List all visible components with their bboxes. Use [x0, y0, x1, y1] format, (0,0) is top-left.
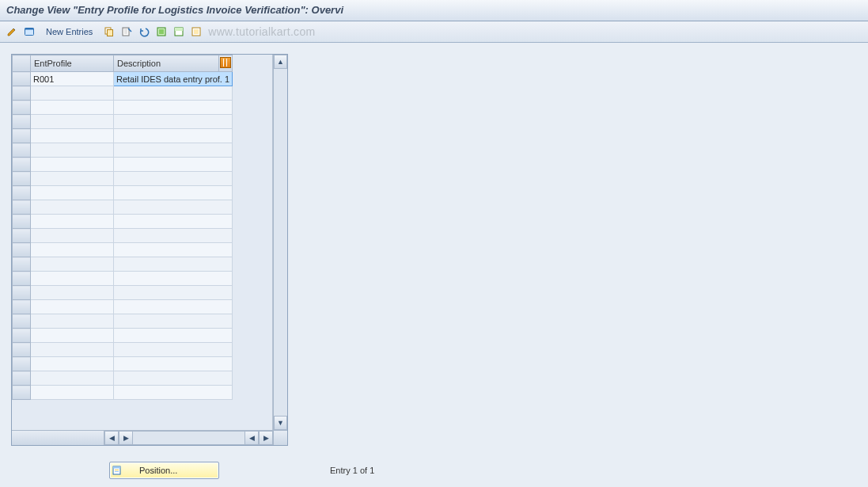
row-selector[interactable]: [13, 286, 31, 300]
row-selector[interactable]: [13, 300, 31, 314]
cell-description[interactable]: [114, 143, 233, 158]
table-row[interactable]: [13, 143, 233, 158]
copy-as-icon[interactable]: [102, 25, 116, 39]
toggle-change-icon[interactable]: [5, 25, 19, 39]
row-selector[interactable]: [13, 101, 31, 115]
delete-icon[interactable]: [119, 25, 134, 39]
row-selector[interactable]: [13, 371, 31, 386]
hscroll-track[interactable]: [133, 431, 244, 445]
row-selector[interactable]: [13, 386, 31, 400]
row-selector[interactable]: [13, 257, 31, 272]
table-row[interactable]: [13, 343, 233, 357]
position-button[interactable]: Position...: [109, 462, 219, 479]
table-row[interactable]: [13, 229, 233, 243]
row-selector[interactable]: [13, 115, 31, 129]
cell-entprofile[interactable]: [31, 86, 114, 101]
cell-entprofile[interactable]: [31, 172, 114, 186]
cell-description[interactable]: [114, 172, 233, 186]
cell-entprofile[interactable]: [31, 272, 114, 286]
vertical-scrollbar[interactable]: ▲ ▼: [273, 55, 287, 430]
cell-description[interactable]: [114, 186, 233, 200]
row-selector[interactable]: [13, 272, 31, 286]
row-selector[interactable]: [13, 186, 31, 200]
cell-description[interactable]: [114, 300, 233, 314]
cell-entprofile[interactable]: [31, 158, 114, 172]
table-row[interactable]: [13, 215, 233, 229]
cell-entprofile[interactable]: [31, 300, 114, 314]
table-row[interactable]: [13, 314, 233, 329]
table-row[interactable]: [13, 272, 233, 286]
cell-description[interactable]: [114, 86, 233, 101]
row-selector[interactable]: [13, 172, 31, 186]
cell-entprofile[interactable]: [31, 329, 114, 343]
cell-entprofile[interactable]: [31, 371, 114, 386]
scroll-left-button[interactable]: ◀: [104, 431, 119, 445]
cell-description[interactable]: [114, 357, 233, 371]
col-header-entprofile[interactable]: EntProfile: [31, 55, 114, 72]
scroll-up-button[interactable]: ▲: [274, 55, 287, 69]
table-row[interactable]: [13, 371, 233, 386]
table-row[interactable]: [13, 357, 233, 371]
cell-entprofile[interactable]: [31, 115, 114, 129]
row-selector[interactable]: [13, 329, 31, 343]
table-row[interactable]: [13, 186, 233, 200]
cell-description[interactable]: [114, 386, 233, 400]
table-row[interactable]: [13, 101, 233, 115]
cell-description[interactable]: [114, 286, 233, 300]
cell-description[interactable]: [114, 272, 233, 286]
cell-description[interactable]: [114, 158, 233, 172]
cell-entprofile[interactable]: [31, 357, 114, 371]
table-row[interactable]: [13, 243, 233, 257]
row-selector[interactable]: [13, 72, 31, 86]
cell-entprofile[interactable]: [31, 101, 114, 115]
undo-icon[interactable]: [137, 25, 151, 39]
cell-entprofile[interactable]: [31, 215, 114, 229]
other-view-icon[interactable]: [22, 25, 36, 39]
scroll-track[interactable]: [274, 69, 287, 416]
table-row[interactable]: [13, 115, 233, 129]
cell-description[interactable]: [114, 115, 233, 129]
scroll-right-step-button[interactable]: ▶: [119, 431, 133, 445]
configure-columns-button[interactable]: [219, 55, 233, 72]
select-all-icon[interactable]: [154, 25, 169, 39]
row-selector[interactable]: [13, 314, 31, 329]
table-row[interactable]: R001Retail IDES data entry prof. 1: [13, 72, 233, 86]
data-grid[interactable]: EntProfile Description R001Retail IDES d…: [12, 55, 233, 400]
cell-description[interactable]: [114, 343, 233, 357]
cell-entprofile[interactable]: [31, 129, 114, 143]
cell-entprofile[interactable]: [31, 143, 114, 158]
cell-description[interactable]: [114, 243, 233, 257]
table-row[interactable]: [13, 129, 233, 143]
table-row[interactable]: [13, 329, 233, 343]
horizontal-scrollbar[interactable]: ◀ ▶ ◀ ▶: [12, 430, 287, 445]
cell-entprofile[interactable]: [31, 286, 114, 300]
cell-entprofile[interactable]: [31, 343, 114, 357]
table-row[interactable]: [13, 158, 233, 172]
table-row[interactable]: [13, 172, 233, 186]
cell-entprofile[interactable]: [31, 386, 114, 400]
row-selector[interactable]: [13, 357, 31, 371]
table-row[interactable]: [13, 86, 233, 101]
table-row[interactable]: [13, 286, 233, 300]
scroll-left-end-button[interactable]: ◀: [244, 431, 259, 445]
cell-entprofile[interactable]: [31, 229, 114, 243]
row-selector[interactable]: [13, 343, 31, 357]
row-selector[interactable]: [13, 215, 31, 229]
cell-description[interactable]: [114, 371, 233, 386]
cell-entprofile[interactable]: [31, 200, 114, 215]
table-row[interactable]: [13, 200, 233, 215]
cell-entprofile[interactable]: R001: [31, 72, 114, 86]
cell-description[interactable]: [114, 129, 233, 143]
scroll-right-button[interactable]: ▶: [259, 431, 273, 445]
cell-description[interactable]: [114, 215, 233, 229]
cell-description[interactable]: [114, 314, 233, 329]
cell-description[interactable]: Retail IDES data entry prof. 1: [114, 72, 233, 86]
cell-description[interactable]: [114, 229, 233, 243]
table-row[interactable]: [13, 300, 233, 314]
row-selector[interactable]: [13, 158, 31, 172]
grid-corner[interactable]: [13, 55, 31, 72]
cell-entprofile[interactable]: [31, 243, 114, 257]
row-selector[interactable]: [13, 200, 31, 215]
cell-entprofile[interactable]: [31, 186, 114, 200]
select-block-icon[interactable]: [172, 25, 186, 39]
